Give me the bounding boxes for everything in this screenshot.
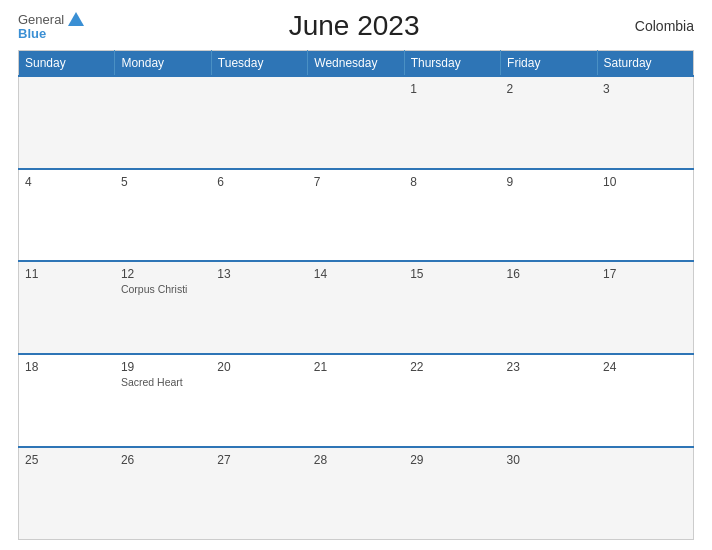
calendar-day-cell xyxy=(597,447,693,540)
calendar-day-cell: 2 xyxy=(501,76,597,169)
day-number: 26 xyxy=(121,453,205,467)
day-number: 17 xyxy=(603,267,687,281)
day-number: 20 xyxy=(217,360,301,374)
day-number: 3 xyxy=(603,82,687,96)
calendar-day-cell: 10 xyxy=(597,169,693,262)
col-tuesday: Tuesday xyxy=(211,51,307,77)
calendar-day-cell: 26 xyxy=(115,447,211,540)
day-number: 29 xyxy=(410,453,494,467)
day-number: 5 xyxy=(121,175,205,189)
calendar-day-cell: 23 xyxy=(501,354,597,447)
day-number: 16 xyxy=(507,267,591,281)
calendar-day-cell: 11 xyxy=(19,261,115,354)
calendar-day-cell: 25 xyxy=(19,447,115,540)
holiday-label: Corpus Christi xyxy=(121,283,205,295)
calendar-day-cell: 5 xyxy=(115,169,211,262)
calendar-day-cell: 24 xyxy=(597,354,693,447)
calendar-week-row: 123 xyxy=(19,76,694,169)
calendar-day-cell xyxy=(308,76,404,169)
calendar-header-row: Sunday Monday Tuesday Wednesday Thursday… xyxy=(19,51,694,77)
country-label: Colombia xyxy=(624,18,694,34)
day-number: 12 xyxy=(121,267,205,281)
calendar-day-cell: 18 xyxy=(19,354,115,447)
logo-blue: Blue xyxy=(18,26,46,41)
col-friday: Friday xyxy=(501,51,597,77)
day-number: 15 xyxy=(410,267,494,281)
col-saturday: Saturday xyxy=(597,51,693,77)
holiday-label: Sacred Heart xyxy=(121,376,205,388)
calendar-day-cell: 3 xyxy=(597,76,693,169)
col-sunday: Sunday xyxy=(19,51,115,77)
day-number: 27 xyxy=(217,453,301,467)
day-number: 8 xyxy=(410,175,494,189)
day-number: 24 xyxy=(603,360,687,374)
calendar-table: Sunday Monday Tuesday Wednesday Thursday… xyxy=(18,50,694,540)
day-number: 4 xyxy=(25,175,109,189)
day-number: 19 xyxy=(121,360,205,374)
calendar-day-cell: 1 xyxy=(404,76,500,169)
calendar-day-cell: 4 xyxy=(19,169,115,262)
calendar-day-cell: 6 xyxy=(211,169,307,262)
calendar-day-cell xyxy=(211,76,307,169)
day-number: 2 xyxy=(507,82,591,96)
day-number: 30 xyxy=(507,453,591,467)
day-number: 25 xyxy=(25,453,109,467)
header: General Blue June 2023 Colombia xyxy=(18,10,694,42)
calendar-day-cell: 27 xyxy=(211,447,307,540)
calendar-week-row: 1819Sacred Heart2021222324 xyxy=(19,354,694,447)
calendar-day-cell xyxy=(19,76,115,169)
calendar-day-cell: 19Sacred Heart xyxy=(115,354,211,447)
calendar-day-cell: 15 xyxy=(404,261,500,354)
calendar-day-cell: 21 xyxy=(308,354,404,447)
calendar-day-cell: 17 xyxy=(597,261,693,354)
calendar-day-cell: 13 xyxy=(211,261,307,354)
month-title: June 2023 xyxy=(84,10,624,42)
calendar-week-row: 252627282930 xyxy=(19,447,694,540)
calendar-day-cell: 20 xyxy=(211,354,307,447)
day-number: 7 xyxy=(314,175,398,189)
day-number: 22 xyxy=(410,360,494,374)
day-number: 9 xyxy=(507,175,591,189)
calendar-day-cell: 7 xyxy=(308,169,404,262)
day-number: 13 xyxy=(217,267,301,281)
calendar-day-cell: 30 xyxy=(501,447,597,540)
col-thursday: Thursday xyxy=(404,51,500,77)
day-number: 1 xyxy=(410,82,494,96)
calendar-week-row: 1112Corpus Christi1314151617 xyxy=(19,261,694,354)
calendar-day-cell: 14 xyxy=(308,261,404,354)
logo-triangle-icon xyxy=(68,12,84,26)
day-number: 11 xyxy=(25,267,109,281)
day-number: 28 xyxy=(314,453,398,467)
calendar-day-cell: 8 xyxy=(404,169,500,262)
calendar-day-cell: 29 xyxy=(404,447,500,540)
calendar-day-cell: 16 xyxy=(501,261,597,354)
day-number: 14 xyxy=(314,267,398,281)
calendar-day-cell: 28 xyxy=(308,447,404,540)
day-number: 6 xyxy=(217,175,301,189)
col-monday: Monday xyxy=(115,51,211,77)
col-wednesday: Wednesday xyxy=(308,51,404,77)
day-number: 18 xyxy=(25,360,109,374)
day-number: 10 xyxy=(603,175,687,189)
calendar-day-cell: 12Corpus Christi xyxy=(115,261,211,354)
logo: General Blue xyxy=(18,12,84,41)
calendar-day-cell xyxy=(115,76,211,169)
calendar-week-row: 45678910 xyxy=(19,169,694,262)
calendar-page: General Blue June 2023 Colombia Sunday M… xyxy=(0,0,712,550)
calendar-day-cell: 22 xyxy=(404,354,500,447)
day-number: 21 xyxy=(314,360,398,374)
calendar-day-cell: 9 xyxy=(501,169,597,262)
day-number: 23 xyxy=(507,360,591,374)
